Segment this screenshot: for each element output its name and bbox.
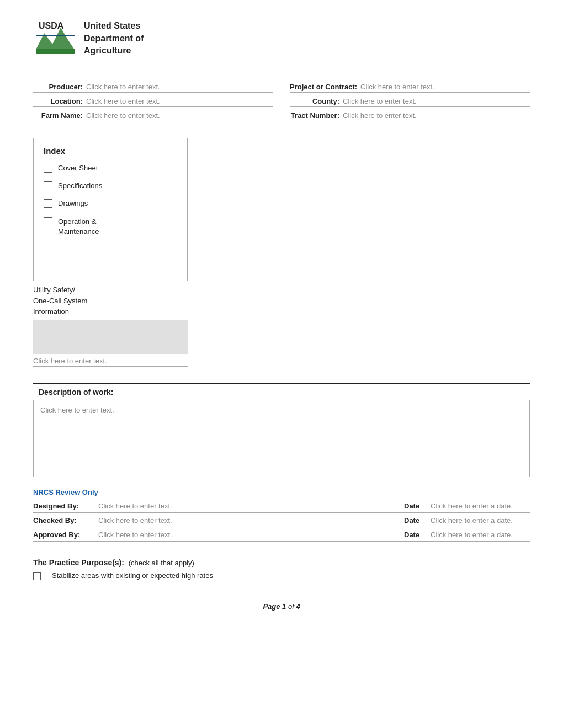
- producer-field-row: Producer: Click here to enter text.: [33, 83, 273, 93]
- practice-item-text: Stabilize areas with existing or expecte…: [52, 571, 213, 580]
- specifications-checkbox[interactable]: [44, 181, 52, 190]
- index-box: Index Cover Sheet Specifications Drawing…: [33, 138, 188, 281]
- location-value[interactable]: Click here to enter text.: [86, 97, 273, 105]
- practice-section: The Practice Purpose(s): (check all that…: [33, 558, 530, 580]
- om-checkbox[interactable]: [44, 217, 52, 226]
- county-value[interactable]: Click here to enter text.: [343, 97, 530, 105]
- tract-value[interactable]: Click here to enter text.: [343, 111, 530, 120]
- designed-date-label: Date: [404, 502, 426, 510]
- index-item-om: Operation &Maintenance: [44, 217, 177, 237]
- index-item-drawings: Drawings: [44, 199, 177, 208]
- form-fields: Producer: Click here to enter text. Proj…: [33, 83, 530, 121]
- farmname-value[interactable]: Click here to enter text.: [86, 111, 273, 120]
- tract-label: Tract Number:: [290, 111, 339, 120]
- designed-by-label: Designed By:: [33, 502, 94, 510]
- total-pages: 4: [296, 602, 300, 611]
- checked-date-value[interactable]: Click here to enter a date.: [431, 516, 530, 524]
- farmname-field-row: Farm Name: Click here to enter text.: [33, 111, 273, 121]
- approved-by-row: Approved By: Click here to enter text. D…: [33, 528, 530, 542]
- county-label: County:: [290, 97, 339, 105]
- agency-line2: Department of: [84, 34, 144, 43]
- utility-input-field[interactable]: Click here to enter text.: [33, 356, 188, 367]
- checked-by-label: Checked By:: [33, 516, 94, 524]
- location-field-row: Location: Click here to enter text.: [33, 97, 273, 107]
- index-title: Index: [44, 146, 177, 156]
- specifications-label: Specifications: [58, 181, 102, 191]
- agency-line3: Agriculture: [84, 46, 131, 55]
- nrcs-section: NRCS Review Only Designed By: Click here…: [33, 488, 530, 542]
- designed-by-value[interactable]: Click here to enter text.: [98, 502, 389, 510]
- usda-logo: USDA: [33, 17, 77, 61]
- coversheet-label: Cover Sheet: [58, 163, 98, 173]
- page-label: Page: [263, 602, 282, 611]
- checked-date-label: Date: [404, 516, 426, 524]
- drawings-label: Drawings: [58, 199, 88, 208]
- agency-line1: United States: [84, 21, 140, 30]
- county-field-row: County: Click here to enter text.: [290, 97, 530, 107]
- utility-line2: One-Call System: [33, 297, 87, 305]
- project-label: Project or Contract:: [290, 83, 357, 91]
- drawings-checkbox[interactable]: [44, 199, 52, 208]
- utility-field-value[interactable]: Click here to enter text.: [33, 357, 107, 365]
- logo-area: USDA United States Department of Agricul…: [33, 17, 144, 61]
- practice-checkbox[interactable]: [33, 572, 41, 580]
- description-section: Description of work: Click here to enter…: [33, 383, 530, 477]
- utility-line1: Utility Safety/: [33, 286, 75, 294]
- description-input[interactable]: Click here to enter text.: [33, 400, 530, 477]
- approved-date-label: Date: [404, 531, 426, 539]
- practice-item-row: Stabilize areas with existing or expecte…: [33, 571, 530, 580]
- nrcs-review-label: NRCS Review Only: [33, 488, 530, 496]
- tract-field-row: Tract Number: Click here to enter text.: [290, 111, 530, 121]
- project-value[interactable]: Click here to enter text.: [360, 83, 530, 91]
- page-footer: Page 1 of 4: [33, 602, 530, 611]
- producer-label: Producer:: [33, 83, 83, 91]
- index-item-specifications: Specifications: [44, 181, 177, 191]
- coversheet-checkbox[interactable]: [44, 164, 52, 173]
- producer-value[interactable]: Click here to enter text.: [86, 83, 273, 91]
- utility-text: Utility Safety/ One-Call System Informat…: [33, 285, 188, 320]
- practice-title-text: The Practice Purpose(s):: [33, 558, 124, 567]
- utility-section: Utility Safety/ One-Call System Informat…: [33, 285, 188, 367]
- description-title: Description of work:: [33, 388, 530, 397]
- utility-gray-box: [33, 320, 188, 354]
- svg-rect-2: [36, 49, 75, 54]
- checked-by-value[interactable]: Click here to enter text.: [98, 516, 389, 524]
- svg-text:USDA: USDA: [39, 21, 64, 30]
- approved-by-value[interactable]: Click here to enter text.: [98, 531, 389, 539]
- practice-title: The Practice Purpose(s): (check all that…: [33, 558, 530, 567]
- description-divider: [33, 383, 530, 384]
- practice-subtitle: (check all that apply): [129, 559, 194, 567]
- om-label: Operation &Maintenance: [58, 217, 99, 237]
- designed-by-row: Designed By: Click here to enter text. D…: [33, 500, 530, 513]
- page-header: USDA United States Department of Agricul…: [33, 17, 530, 61]
- checked-by-row: Checked By: Click here to enter text. Da…: [33, 514, 530, 527]
- location-label: Location:: [33, 97, 83, 105]
- utility-line3: Information: [33, 307, 69, 315]
- of-label: of: [286, 602, 296, 611]
- farmname-label: Farm Name:: [33, 111, 83, 120]
- approved-date-value[interactable]: Click here to enter a date.: [431, 531, 530, 539]
- description-placeholder[interactable]: Click here to enter text.: [40, 406, 114, 414]
- designed-date-value[interactable]: Click here to enter a date.: [431, 502, 530, 510]
- project-field-row: Project or Contract: Click here to enter…: [290, 83, 530, 93]
- index-item-coversheet: Cover Sheet: [44, 163, 177, 173]
- agency-name-block: United States Department of Agriculture: [84, 20, 144, 57]
- approved-by-label: Approved By:: [33, 531, 94, 539]
